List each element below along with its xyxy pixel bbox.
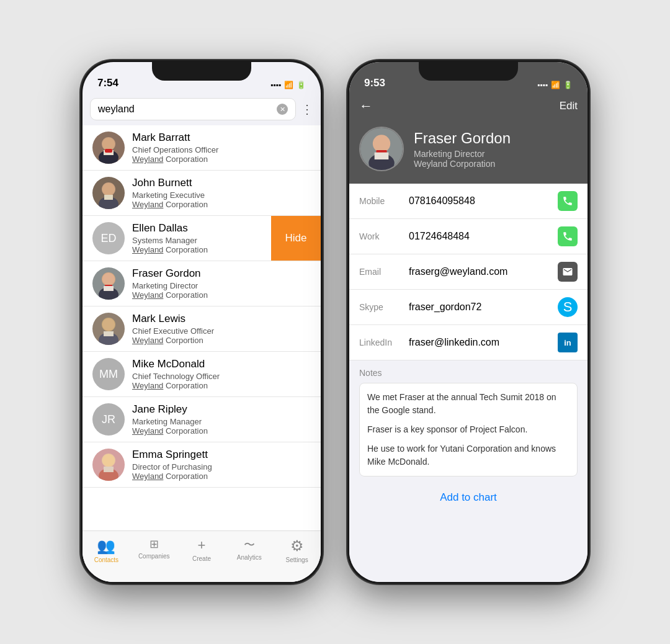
- contact-item-john-burnett[interactable]: John Burnett Marketing Executive Weyland…: [83, 171, 321, 216]
- notes-line-2: Fraser is a key sponsor of Project Falco…: [367, 423, 570, 436]
- contact-item-mark-barratt[interactable]: Mark Barratt Chief Operations Officer We…: [83, 125, 321, 171]
- back-button[interactable]: ←: [359, 98, 373, 114]
- contact-title: Marketing Manager: [132, 417, 311, 426]
- contact-item-mark-lewis[interactable]: Mark Lewis Chief Executive Officer Weyla…: [83, 306, 321, 352]
- linkedin-row: LinkedIn fraser@linkedin.com in: [349, 325, 587, 360]
- detail-contact-title: Marketing Director: [414, 149, 511, 159]
- signal-icon-2: ▪▪▪▪: [537, 81, 548, 89]
- contact-title: Systems Manager: [132, 236, 265, 245]
- skype-icon[interactable]: S: [558, 297, 578, 317]
- avatar-emma-springett: [92, 449, 125, 481]
- svg-rect-26: [104, 467, 114, 472]
- avatar-mark-lewis: [92, 313, 125, 345]
- mobile-call-icon[interactable]: [558, 191, 578, 211]
- avatar-jane-ripley: JR: [92, 403, 125, 436]
- contact-item-jane-ripley[interactable]: JR Jane Ripley Marketing Manager Weyland…: [83, 397, 321, 442]
- add-to-chart-button[interactable]: Add to chart: [440, 491, 497, 503]
- contact-name: Mike McDonald: [132, 358, 311, 370]
- time-1: 7:54: [97, 77, 118, 89]
- contact-title: Chief Operations Officer: [132, 145, 311, 154]
- svg-point-19: [102, 318, 115, 331]
- mobile-label: Mobile: [359, 196, 409, 206]
- hide-button[interactable]: Hide: [271, 216, 321, 261]
- tab-companies-label: Companies: [138, 553, 170, 560]
- contact-info-mark-barratt: Mark Barratt Chief Operations Officer We…: [132, 132, 311, 164]
- contact-item-fraser-gordon[interactable]: Fraser Gordon Marketing Director Weyland…: [83, 261, 321, 306]
- search-clear-icon[interactable]: ✕: [277, 104, 288, 115]
- contact-info-mike-mcdonald: Mike McDonald Chief Technology Officer W…: [132, 358, 311, 390]
- contact-item-ellen-dallas[interactable]: ED Ellen Dallas Systems Manager Weyland …: [83, 216, 321, 261]
- search-input-container[interactable]: weyland ✕: [90, 98, 296, 120]
- contact-name: Mark Lewis: [132, 313, 311, 325]
- email-row: Email fraserg@weyland.com: [349, 254, 587, 290]
- tab-companies[interactable]: ⊞ Companies: [130, 537, 178, 560]
- tab-settings-label: Settings: [286, 557, 308, 563]
- avatar-ellen-dallas: ED: [92, 222, 125, 254]
- work-call-icon[interactable]: [558, 226, 578, 246]
- add-to-chart-section: Add to chart: [349, 481, 587, 514]
- svg-point-24: [102, 454, 115, 467]
- contact-header-info: Fraser Gordon Marketing Director Weyland…: [414, 130, 511, 169]
- tab-contacts[interactable]: 👥 Contacts: [83, 537, 130, 563]
- search-input-text[interactable]: weyland: [98, 104, 277, 115]
- contact-info-emma-springett: Emma Springett Director of Purchasing We…: [132, 449, 311, 481]
- contact-title: Chief Technology Officer: [132, 372, 311, 381]
- contact-title: Marketing Executive: [132, 190, 311, 200]
- svg-rect-31: [375, 153, 389, 159]
- linkedin-label: LinkedIn: [359, 338, 409, 347]
- status-icons-2: ▪▪▪▪ 📶 🔋: [537, 81, 573, 89]
- notes-line-1: We met Fraser at the annual Tech Sumit 2…: [367, 391, 570, 417]
- contact-name: Emma Springett: [132, 449, 311, 461]
- detail-avatar: [359, 127, 404, 171]
- email-icon[interactable]: [558, 262, 578, 282]
- skype-value[interactable]: fraser_gordon72: [409, 302, 558, 313]
- linkedin-icon[interactable]: in: [558, 333, 578, 352]
- detail-nav: ← Edit: [349, 93, 587, 122]
- skype-row: Skype fraser_gordon72 S: [349, 290, 587, 325]
- contact-company: Weyland Corporation: [132, 472, 311, 481]
- notes-label: Notes: [359, 368, 578, 378]
- tab-create[interactable]: + Create: [178, 537, 226, 562]
- linkedin-value[interactable]: fraser@linkedin.com: [409, 337, 558, 348]
- phone-2: 9:53 ▪▪▪▪ 📶 🔋 ← Edit: [347, 60, 589, 584]
- avatar-fraser-gordon: [92, 267, 125, 300]
- analytics-icon: 〜: [244, 537, 255, 552]
- svg-point-8: [102, 183, 115, 195]
- tab-create-label: Create: [192, 555, 211, 562]
- contact-info-mark-lewis: Mark Lewis Chief Executive Officer Weyla…: [132, 313, 311, 345]
- contact-info-fraser-gordon: Fraser Gordon Marketing Director Weyland…: [132, 267, 311, 300]
- work-value[interactable]: 01724648484: [409, 231, 558, 242]
- companies-icon: ⊞: [150, 537, 159, 551]
- wifi-icon: 📶: [284, 81, 293, 89]
- notes-box: We met Fraser at the annual Tech Sumit 2…: [359, 383, 578, 476]
- contact-item-emma-springett[interactable]: Emma Springett Director of Purchasing We…: [83, 442, 321, 488]
- contact-item-mike-mcdonald[interactable]: MM Mike McDonald Chief Technology Office…: [83, 352, 321, 397]
- svg-point-13: [102, 273, 115, 285]
- detail-contact-name: Fraser Gordon: [414, 130, 511, 147]
- email-value[interactable]: fraserg@weyland.com: [409, 266, 558, 277]
- avatar-john-burnett: [92, 177, 125, 209]
- contact-company: Weyland Corporation: [132, 290, 311, 300]
- search-bar-row: weyland ✕ ⋮: [83, 93, 321, 125]
- tab-analytics[interactable]: 〜 Analytics: [225, 537, 273, 561]
- email-label: Email: [359, 267, 409, 277]
- tab-bar: 👥 Contacts ⊞ Companies + Create 〜 Analyt…: [83, 530, 321, 582]
- contact-company: Weyland Corporation: [132, 154, 311, 164]
- detail-contact-company: Weyland Corporation: [414, 159, 511, 169]
- search-menu-icon[interactable]: ⋮: [301, 102, 313, 117]
- svg-rect-21: [104, 331, 114, 336]
- tab-settings[interactable]: ⚙ Settings: [273, 537, 321, 563]
- contact-name: Mark Barratt: [132, 132, 311, 144]
- svg-rect-16: [104, 286, 114, 291]
- notes-section: Notes We met Fraser at the annual Tech S…: [349, 360, 587, 481]
- tab-analytics-label: Analytics: [237, 554, 262, 561]
- contact-company: Weyland Corporation: [132, 426, 311, 436]
- contact-company: Weyland Corporation: [132, 245, 265, 254]
- contact-title: Marketing Director: [132, 281, 311, 290]
- work-row: Work 01724648484: [349, 219, 587, 254]
- edit-button[interactable]: Edit: [560, 100, 578, 112]
- svg-rect-10: [104, 195, 113, 200]
- contact-company: Weyland Corportion: [132, 336, 311, 345]
- mobile-value[interactable]: 078164095848: [409, 195, 558, 207]
- contact-info-jane-ripley: Jane Ripley Marketing Manager Weyland Co…: [132, 403, 311, 436]
